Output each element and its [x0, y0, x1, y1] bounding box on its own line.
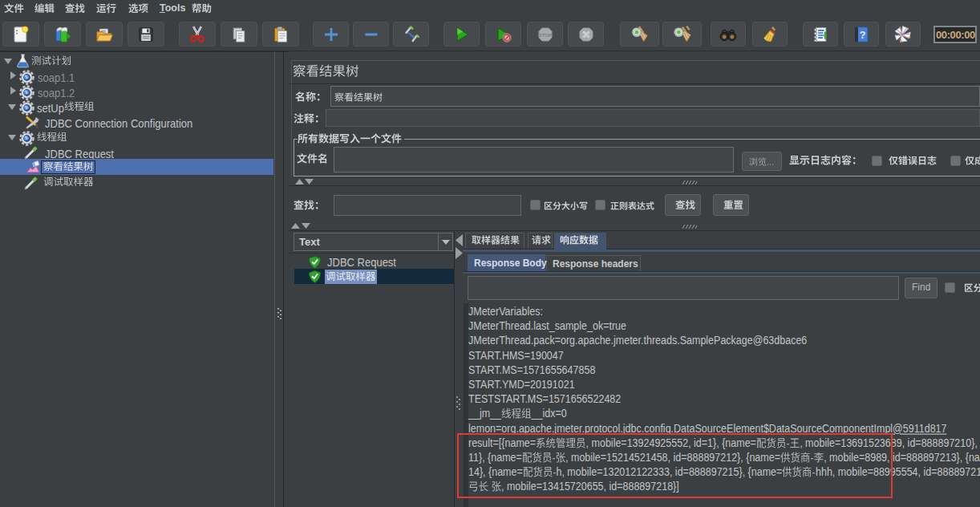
svg-text:STOP: STOP [538, 32, 551, 37]
svg-text:?: ? [860, 30, 866, 41]
